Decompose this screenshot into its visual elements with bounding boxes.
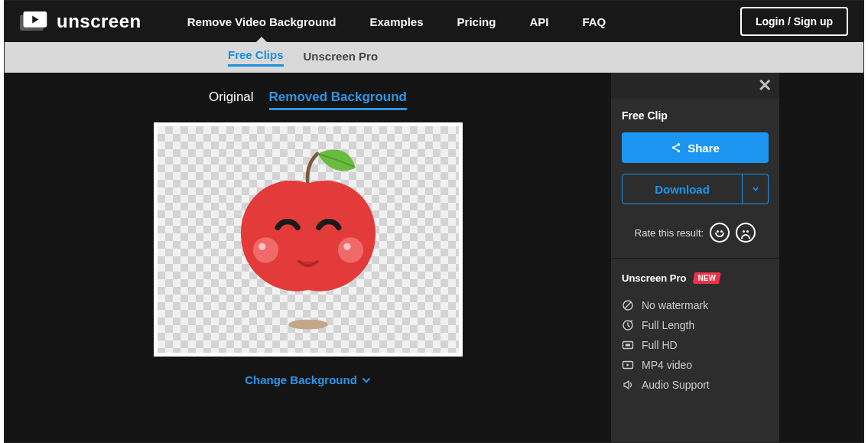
- side-panel: ✕ Free Clip Share Download: [611, 73, 779, 442]
- logo-text: unscreen: [57, 11, 141, 32]
- clock-icon: [622, 319, 634, 331]
- main-nav: Remove Video Background Examples Pricing…: [187, 15, 606, 28]
- svg-point-5: [337, 237, 362, 262]
- apple-graphic: [220, 144, 396, 335]
- rate-label: Rate this result:: [635, 227, 704, 239]
- feature-mp4: MP4 video: [622, 359, 769, 371]
- pro-header: Unscreen Pro NEW: [622, 272, 769, 284]
- panel-heading: Free Clip: [622, 109, 769, 122]
- view-tabs: Original Removed Background: [209, 90, 407, 110]
- svg-point-6: [258, 243, 265, 250]
- caret-down-icon: [753, 186, 759, 192]
- rate-row: Rate this result:: [622, 223, 769, 243]
- editor-area: Original Removed Background: [5, 73, 611, 442]
- feature-audio: Audio Support: [622, 379, 769, 391]
- login-signup-button[interactable]: Login / Sign up: [740, 7, 848, 36]
- share-button[interactable]: Share: [622, 132, 769, 163]
- share-label: Share: [688, 142, 720, 155]
- logo[interactable]: unscreen: [20, 11, 141, 32]
- svg-rect-15: [626, 344, 630, 347]
- svg-point-4: [252, 237, 278, 262]
- preview-canvas: [158, 126, 459, 353]
- panel-titlebar: ✕: [611, 73, 779, 99]
- no-watermark-icon: [622, 299, 634, 311]
- logo-icon: [20, 11, 49, 31]
- svg-line-12: [625, 302, 631, 308]
- change-background-label: Change Background: [245, 373, 357, 386]
- tab-removed-background[interactable]: Removed Background: [269, 90, 407, 110]
- download-group: Download: [622, 174, 769, 204]
- share-icon: [671, 142, 681, 153]
- download-button[interactable]: Download: [622, 174, 743, 204]
- close-icon[interactable]: ✕: [758, 76, 772, 96]
- sub-nav: Free Clips Unscreen Pro: [5, 42, 863, 73]
- preview-frame: [154, 122, 463, 357]
- nav-api[interactable]: API: [529, 15, 548, 28]
- subnav-unscreen-pro[interactable]: Unscreen Pro: [304, 50, 379, 66]
- rate-sad-icon[interactable]: [736, 223, 756, 243]
- feature-label: Audio Support: [642, 379, 710, 391]
- pro-title: Unscreen Pro: [622, 272, 687, 284]
- svg-point-7: [343, 243, 350, 250]
- rate-happy-icon[interactable]: [710, 223, 730, 243]
- pro-feature-list: No watermark Full Length Full HD MP4 vid…: [622, 299, 769, 391]
- feature-no-watermark: No watermark: [622, 299, 769, 311]
- subnav-free-clips[interactable]: Free Clips: [228, 48, 284, 67]
- svg-point-3: [288, 320, 328, 330]
- feature-full-hd: Full HD: [622, 339, 769, 351]
- feature-label: No watermark: [642, 299, 708, 311]
- nav-pricing[interactable]: Pricing: [457, 15, 496, 28]
- feature-label: Full Length: [642, 319, 694, 331]
- hd-icon: [622, 339, 634, 351]
- download-options-button[interactable]: [743, 174, 769, 204]
- tab-original[interactable]: Original: [209, 90, 254, 110]
- main-header: unscreen Remove Video Background Example…: [5, 1, 863, 42]
- main-content: Original Removed Background: [5, 73, 863, 442]
- svg-marker-17: [627, 363, 630, 366]
- feature-label: Full HD: [642, 339, 678, 351]
- nav-remove-video-bg[interactable]: Remove Video Background: [187, 15, 336, 28]
- video-icon: [622, 359, 634, 371]
- feature-full-length: Full Length: [622, 319, 769, 331]
- right-gutter: [779, 73, 863, 442]
- change-background-button[interactable]: Change Background: [245, 373, 371, 386]
- nav-examples[interactable]: Examples: [370, 15, 424, 28]
- chevron-down-icon: [362, 376, 371, 385]
- nav-faq[interactable]: FAQ: [582, 15, 606, 28]
- divider: [611, 258, 779, 259]
- new-badge: NEW: [693, 272, 721, 284]
- feature-label: MP4 video: [642, 359, 692, 371]
- audio-icon: [622, 379, 634, 391]
